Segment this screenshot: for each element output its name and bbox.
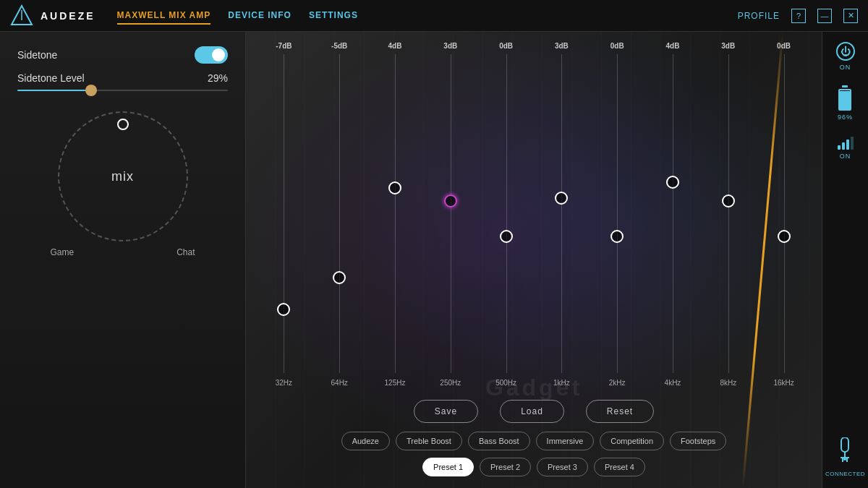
- save-button[interactable]: Save: [414, 400, 478, 423]
- signal-bar-1: [838, 145, 841, 150]
- preset-preset-3[interactable]: Preset 3: [537, 458, 588, 476]
- sidetone-toggle[interactable]: [195, 46, 228, 64]
- eq-db-label-64Hz: -5dB: [331, 42, 347, 50]
- eq-sliders-row: -7dB32Hz-5dB64Hz4dB125Hz3dB250Hz0dB500Hz…: [256, 42, 812, 393]
- eq-freq-label-125Hz: 125Hz: [385, 379, 406, 387]
- eq-db-label-250Hz: 3dB: [443, 42, 457, 50]
- close-button[interactable]: ✕: [843, 9, 858, 23]
- profile-button[interactable]: PROFILE: [738, 11, 780, 21]
- help-button[interactable]: ?: [791, 9, 806, 23]
- preset-audeze[interactable]: Audeze: [341, 432, 390, 450]
- eq-slider-area-8kHz: [700, 54, 756, 373]
- nav-tabs: MAXWELL MIX AMP DEVICE INFO SETTINGS: [117, 7, 358, 25]
- mix-knob[interactable]: mix: [58, 111, 188, 241]
- power-icon: ⏻: [836, 42, 855, 61]
- eq-freq-label-2kHz: 2kHz: [609, 379, 626, 387]
- eq-thumb-32Hz[interactable]: [277, 303, 290, 316]
- eq-band-64Hz: -5dB64Hz: [312, 42, 367, 387]
- minimize-button[interactable]: —: [817, 9, 832, 23]
- slider-fill: [17, 90, 91, 91]
- power-label: ON: [840, 64, 851, 71]
- mix-knob-dot: [117, 119, 129, 130]
- preset-competition[interactable]: Competition: [600, 432, 664, 450]
- preset-bass-boost[interactable]: Bass Boost: [468, 432, 530, 450]
- mix-label: mix: [111, 169, 134, 184]
- sidetone-slider[interactable]: [17, 90, 228, 91]
- eq-thumb-16kHz[interactable]: [778, 230, 791, 243]
- preset-preset-1[interactable]: Preset 1: [422, 458, 474, 476]
- eq-thumb-125Hz[interactable]: [388, 181, 401, 194]
- eq-band-125Hz: 4dB125Hz: [367, 42, 423, 387]
- preset-preset-2[interactable]: Preset 2: [480, 458, 531, 476]
- reset-button[interactable]: Reset: [586, 400, 654, 423]
- eq-freq-label-4kHz: 4kHz: [665, 379, 681, 387]
- eq-freq-label-8kHz: 8kHz: [720, 379, 736, 387]
- eq-db-label-2kHz: 0dB: [610, 42, 624, 50]
- preset-immersive[interactable]: Immersive: [536, 432, 595, 450]
- main-content: Sidetone Sidetone Level 29% mix Game Cha…: [0, 32, 868, 488]
- preset-preset-4[interactable]: Preset 4: [594, 458, 645, 476]
- eq-slider-line-64Hz: [339, 54, 340, 373]
- eq-freq-label-32Hz: 32Hz: [276, 379, 292, 387]
- eq-db-label-125Hz: 4dB: [388, 42, 402, 50]
- eq-db-label-16kHz: 0dB: [777, 42, 791, 50]
- connected-label: CONNECTED: [825, 471, 865, 478]
- eq-db-label-32Hz: -7dB: [276, 42, 292, 50]
- tab-device-info[interactable]: DEVICE INFO: [228, 7, 292, 25]
- eq-buttons-row: Save Load Reset: [256, 393, 812, 429]
- eq-freq-label-1kHz: 1kHz: [553, 379, 570, 387]
- sidetone-level-row: Sidetone Level 29%: [17, 72, 228, 84]
- sidetone-label: Sidetone: [17, 49, 57, 61]
- eq-slider-area-125Hz: [367, 54, 423, 373]
- eq-slider-area-1kHz: [534, 54, 590, 373]
- signal-label: ON: [840, 153, 851, 160]
- logo: AUDEZE: [10, 4, 95, 27]
- eq-slider-area-32Hz: [256, 54, 312, 373]
- eq-thumb-1kHz[interactable]: [555, 192, 568, 205]
- svg-rect-2: [841, 437, 848, 452]
- preset-treble-boost[interactable]: Treble Boost: [396, 432, 462, 450]
- eq-slider-line-250Hz: [451, 54, 451, 373]
- sidetone-row: Sidetone: [17, 46, 228, 64]
- eq-thumb-4kHz[interactable]: [666, 176, 679, 189]
- battery-percent: 96%: [838, 114, 853, 121]
- sidetone-level-value: 29%: [208, 72, 228, 84]
- left-panel: Sidetone Sidetone Level 29% mix Game Cha…: [0, 32, 246, 488]
- eq-freq-label-16kHz: 16kHz: [773, 379, 793, 387]
- mix-knob-area: mix Game Chat: [17, 111, 228, 257]
- tab-maxwell-mix-amp[interactable]: MAXWELL MIX AMP: [117, 7, 211, 25]
- chat-label: Chat: [176, 247, 195, 257]
- signal-bar-4: [851, 137, 854, 150]
- header-right: PROFILE ? — ✕: [738, 9, 858, 23]
- slider-thumb[interactable]: [85, 85, 97, 96]
- preset-footsteps[interactable]: Footsteps: [670, 432, 726, 450]
- audeze-logo-icon: [10, 4, 33, 27]
- eq-slider-area-16kHz: [756, 54, 812, 373]
- eq-freq-label-250Hz: 250Hz: [440, 379, 461, 387]
- presets-row-2: Preset 1Preset 2Preset 3Preset 4: [256, 455, 812, 481]
- eq-db-label-500Hz: 0dB: [499, 42, 513, 50]
- eq-band-32Hz: -7dB32Hz: [256, 42, 312, 387]
- eq-band-250Hz: 3dB250Hz: [422, 42, 478, 387]
- battery-icon: [838, 89, 851, 111]
- mix-sub-labels: Game Chat: [51, 247, 195, 257]
- right-panel: ⏻ ON 96% ON: [822, 32, 868, 488]
- eq-panel: Gadget -7dB32Hz-5dB64Hz4dB125Hz3dB250Hz0…: [246, 32, 822, 488]
- power-status: ⏻ ON: [836, 42, 855, 71]
- load-button[interactable]: Load: [500, 400, 564, 423]
- eq-thumb-250Hz[interactable]: [444, 194, 457, 207]
- eq-slider-line-4kHz: [673, 54, 673, 373]
- eq-slider-line-16kHz: [784, 54, 785, 373]
- eq-band-4kHz: 4dB4kHz: [645, 42, 701, 387]
- eq-slider-area-250Hz: [422, 54, 478, 373]
- eq-thumb-500Hz[interactable]: [500, 230, 513, 243]
- eq-content: -7dB32Hz-5dB64Hz4dB125Hz3dB250Hz0dB500Hz…: [246, 32, 822, 488]
- tab-settings[interactable]: SETTINGS: [309, 7, 358, 25]
- presets-row-1: AudezeTreble BoostBass BoostImmersiveCom…: [256, 429, 812, 455]
- signal-status: ON: [838, 135, 854, 160]
- eq-thumb-2kHz[interactable]: [610, 230, 624, 243]
- eq-slider-area-500Hz: [478, 54, 534, 373]
- eq-thumb-8kHz[interactable]: [722, 194, 735, 207]
- eq-thumb-64Hz[interactable]: [333, 271, 346, 284]
- eq-freq-label-64Hz: 64Hz: [331, 379, 348, 387]
